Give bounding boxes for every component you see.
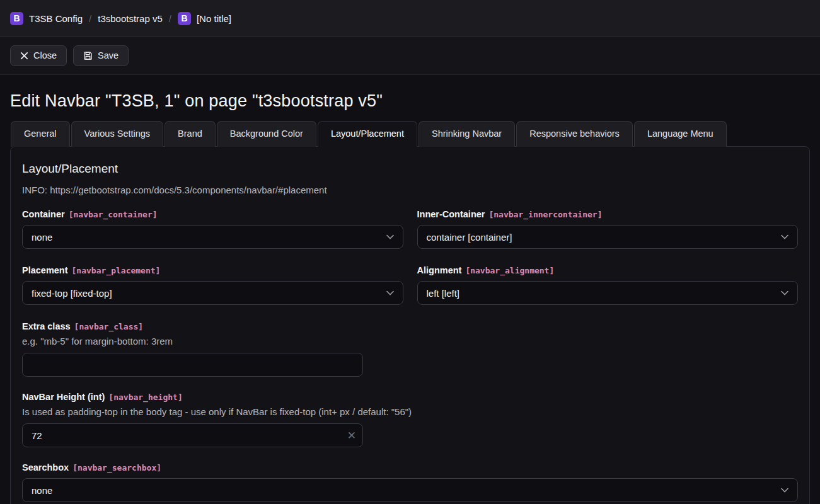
container-select[interactable]: none	[22, 225, 403, 249]
inner-container-select-value: container [container]	[427, 232, 512, 243]
field-navbar-height: NavBar Height (int)[navbar_height] Is us…	[22, 392, 798, 447]
placement-code-tag: [navbar_placement]	[72, 266, 161, 275]
panel-info-link: INFO: https://getbootstrap.com/docs/5.3/…	[22, 185, 798, 195]
alignment-label: Alignment	[417, 265, 462, 275]
container-code-tag: [navbar_container]	[69, 210, 158, 219]
page-title: Edit Navbar "T3SB, 1" on page "t3sbootst…	[10, 91, 810, 111]
navbar-height-label: NavBar Height (int)	[22, 392, 105, 402]
navbar-height-code-tag: [navbar_height]	[108, 392, 182, 402]
field-extra-class: Extra class[navbar_class] e.g. "mb-5" fo…	[22, 321, 798, 377]
breadcrumb-item-record[interactable]: [No title]	[197, 13, 231, 24]
field-container: Container[navbar_container] none	[22, 209, 403, 249]
field-inner-container: Inner-Container[navbar_innercontainer] c…	[417, 209, 799, 249]
alignment-select-value: left [left]	[427, 288, 460, 299]
tab-background-color[interactable]: Background Color	[217, 121, 316, 147]
breadcrumb: B T3SB Config / t3sbootstrap v5 / B [No …	[0, 0, 820, 37]
container-select-value: none	[32, 232, 52, 243]
placement-select-value: fixed-top [fixed-top]	[32, 288, 112, 299]
bootstrap-b-icon: B	[178, 12, 191, 25]
breadcrumb-item-config[interactable]: T3SB Config	[29, 13, 83, 24]
close-icon	[20, 52, 28, 60]
inner-container-label: Inner-Container	[417, 209, 485, 219]
extra-class-input[interactable]	[22, 353, 363, 377]
bootstrap-b-icon: B	[10, 12, 23, 25]
searchbox-label: Searchbox	[22, 462, 69, 472]
main-content: Edit Navbar "T3SB, 1" on page "t3sbootst…	[0, 91, 820, 504]
tab-layout-placement[interactable]: Layout/Placement	[318, 121, 417, 147]
tab-responsive-behaviors[interactable]: Responsive behaviors	[516, 121, 633, 147]
panel-heading: Layout/Placement	[22, 162, 798, 176]
navbar-height-help: Is used as padding-top in the body tag -…	[22, 406, 798, 417]
extra-class-label: Extra class	[22, 321, 71, 331]
tab-language-menu[interactable]: Language Menu	[634, 121, 727, 147]
container-label: Container	[22, 209, 65, 219]
save-icon	[83, 51, 93, 60]
close-button-label: Close	[33, 51, 57, 60]
field-placement: Placement[navbar_placement] fixed-top [f…	[22, 265, 403, 305]
chevron-down-icon	[386, 290, 394, 295]
save-button[interactable]: Save	[73, 45, 129, 66]
placement-label: Placement	[22, 265, 68, 275]
alignment-code-tag: [navbar_alignment]	[465, 266, 554, 275]
chevron-down-icon	[781, 488, 788, 493]
inner-container-code-tag: [navbar_innercontainer]	[488, 210, 602, 219]
breadcrumb-separator: /	[168, 13, 172, 24]
tab-panel-layout-placement: Layout/Placement INFO: https://getbootst…	[10, 146, 810, 504]
tab-various-settings[interactable]: Various Settings	[71, 121, 164, 147]
alignment-select[interactable]: left [left]	[417, 281, 799, 305]
placement-select[interactable]: fixed-top [fixed-top]	[22, 281, 403, 305]
breadcrumb-separator: /	[88, 13, 92, 24]
searchbox-select[interactable]: none	[22, 478, 798, 502]
inner-container-select[interactable]: container [container]	[417, 225, 799, 249]
searchbox-select-value: none	[32, 485, 52, 496]
close-button[interactable]: Close	[10, 45, 67, 66]
tab-bar: General Various Settings Brand Backgroun…	[11, 121, 810, 146]
chevron-down-icon	[386, 234, 394, 239]
doc-header: Close Save	[0, 37, 820, 75]
field-alignment: Alignment[navbar_alignment] left [left]	[417, 265, 799, 305]
tab-general[interactable]: General	[11, 121, 70, 147]
chevron-down-icon	[781, 234, 788, 239]
field-searchbox: Searchbox[navbar_searchbox] none	[22, 462, 798, 502]
tab-shrinking-navbar[interactable]: Shrinking Navbar	[419, 121, 515, 147]
searchbox-code-tag: [navbar_searchbox]	[72, 463, 161, 472]
extra-class-help: e.g. "mb-5" for margin-bottom: 3rem	[22, 336, 798, 346]
tab-brand[interactable]: Brand	[165, 121, 216, 147]
clear-icon[interactable]: ✕	[347, 430, 356, 441]
extra-class-code-tag: [navbar_class]	[74, 322, 144, 331]
navbar-height-input[interactable]	[22, 423, 363, 447]
breadcrumb-item-page[interactable]: t3sbootstrap v5	[98, 13, 163, 24]
save-button-label: Save	[98, 51, 118, 60]
chevron-down-icon	[781, 290, 788, 295]
